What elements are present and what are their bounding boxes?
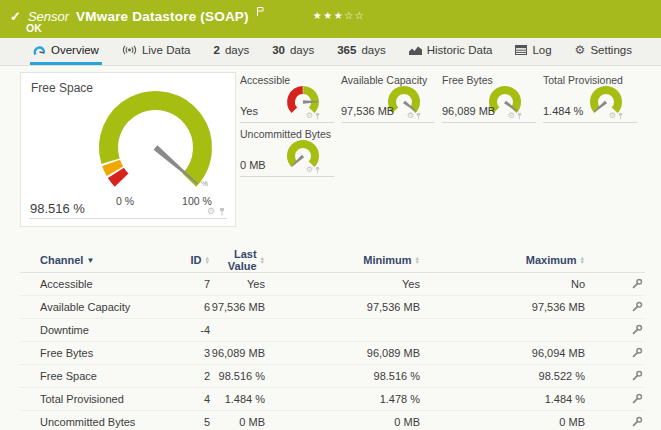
cell-maximum: 96,094 MB: [420, 347, 585, 359]
cell-channel: Total Provisioned: [40, 393, 175, 405]
cell-id: 5: [175, 416, 210, 428]
gear-icon[interactable]: ⚙: [207, 207, 215, 216]
channel-settings-wrench-icon[interactable]: [631, 324, 643, 336]
channel-settings-wrench-icon[interactable]: [631, 416, 643, 428]
cell-channel: Accessible: [40, 278, 175, 290]
column-header-minimum[interactable]: Minimum ▲▼: [363, 254, 420, 266]
gauge-value: 98.516 %: [30, 201, 85, 216]
channel-gauge-panel[interactable]: Available Capacity 97,536 MB ⚙: [341, 72, 435, 123]
cell-minimum: 96,089 MB: [265, 347, 420, 359]
channel-settings-wrench-icon[interactable]: [631, 347, 643, 359]
gauges-section: Free Space 0 % 100 % % 98.516 % ⚙ Access…: [0, 66, 661, 238]
channel-settings-wrench-icon[interactable]: [631, 301, 643, 313]
log-icon: [515, 45, 527, 55]
channel-gauge-panel[interactable]: Uncommitted Bytes 0 MB ⚙: [240, 126, 334, 177]
cell-maximum: 1.484 %: [420, 393, 585, 405]
column-header-id[interactable]: ID ▲▼: [191, 254, 210, 266]
gear-icon: ⚙: [575, 44, 586, 56]
cell-channel: Uncommitted Bytes: [40, 416, 175, 428]
column-header-last-value[interactable]: Last Value ▲▼: [210, 248, 265, 272]
cell-id: 4: [175, 393, 210, 405]
gauge-value: 1.484 %: [543, 105, 583, 117]
channel-gauge-panel[interactable]: Accessible Yes ⚙: [240, 72, 334, 123]
cell-minimum: 97,536 MB: [265, 301, 420, 313]
sort-desc-icon: ▼: [86, 256, 94, 265]
channel-settings-wrench-icon[interactable]: [631, 370, 643, 382]
cell-last-value: Yes: [210, 278, 265, 290]
table-body: Accessible 7 Yes Yes No Available Capaci…: [20, 273, 645, 430]
sort-icon: ▲▼: [580, 256, 585, 265]
cell-minimum: 98.516 %: [265, 370, 420, 382]
tab-2-days[interactable]: 2 days: [210, 38, 252, 65]
channel-row[interactable]: Free Bytes 3 96,089 MB 96,089 MB 96,094 …: [20, 342, 645, 365]
channel-table: Channel ▼ ID ▲▼ Last Value ▲▼ Minimum ▲▼…: [20, 248, 645, 430]
tab-bar: Overview Live Data 2 days 30 days 365 da…: [0, 38, 661, 66]
pin-icon[interactable]: [315, 112, 320, 120]
cell-maximum: 98.522 %: [420, 370, 585, 382]
pin-icon[interactable]: [219, 207, 225, 216]
sensor-title: VMware Datastore (SOAP): [76, 9, 249, 24]
channel-row[interactable]: Downtime -4: [20, 319, 645, 342]
cell-last-value: 1.484 %: [210, 393, 265, 405]
channel-gauges-grid: Accessible Yes ⚙ Available Capacity 97,5…: [240, 72, 644, 177]
sensor-status-text: OK: [26, 22, 42, 34]
cell-maximum: No: [420, 278, 585, 290]
cell-id: 7: [175, 278, 210, 290]
cell-last-value: 98.516 %: [210, 370, 265, 382]
cell-channel: Free Bytes: [40, 347, 175, 359]
cell-minimum: 0 MB: [265, 416, 420, 428]
gauge-unit-label: %: [201, 179, 208, 188]
sensor-header: ✓ Sensor VMware Datastore (SOAP) ★★★☆☆ O…: [0, 0, 661, 38]
tab-settings[interactable]: ⚙ Settings: [572, 38, 635, 65]
gear-icon[interactable]: ⚙: [609, 112, 616, 120]
panel-divider: [29, 218, 227, 219]
cell-maximum: 0 MB: [420, 416, 585, 428]
flag-icon: [256, 2, 264, 20]
tab-365-days[interactable]: 365 days: [334, 38, 388, 65]
channel-row[interactable]: Available Capacity 6 97,536 MB 97,536 MB…: [20, 296, 645, 319]
channel-settings-wrench-icon[interactable]: [631, 278, 643, 290]
pin-icon[interactable]: [315, 166, 320, 174]
cell-last-value: 0 MB: [210, 416, 265, 428]
tab-log[interactable]: Log: [512, 38, 554, 65]
channel-gauge-panel[interactable]: Free Bytes 96,089 MB ⚙: [442, 72, 536, 123]
broadcast-icon: [122, 45, 137, 55]
cell-id: 3: [175, 347, 210, 359]
channel-settings-wrench-icon[interactable]: [631, 393, 643, 405]
channel-row[interactable]: Total Provisioned 4 1.484 % 1.478 % 1.48…: [20, 388, 645, 411]
gauge-icon: [33, 45, 46, 56]
priority-stars[interactable]: ★★★☆☆: [313, 10, 365, 21]
cell-last-value: 96,089 MB: [210, 347, 265, 359]
gauge-value: 97,536 MB: [341, 105, 394, 117]
cell-minimum: Yes: [265, 278, 420, 290]
cell-channel: Available Capacity: [40, 301, 175, 313]
tab-30-days[interactable]: 30 days: [269, 38, 317, 65]
pin-icon[interactable]: [517, 112, 522, 120]
channel-row[interactable]: Free Space 2 98.516 % 98.516 % 98.522 %: [20, 365, 645, 388]
cell-maximum: 97,536 MB: [420, 301, 585, 313]
cell-id: 6: [175, 301, 210, 313]
gauge-min-label: 0 %: [110, 195, 140, 207]
tab-live-data[interactable]: Live Data: [119, 38, 194, 65]
tab-overview[interactable]: Overview: [30, 38, 102, 65]
sensor-overview-page: ✓ Sensor VMware Datastore (SOAP) ★★★☆☆ O…: [0, 0, 661, 430]
cell-minimum: 1.478 %: [265, 393, 420, 405]
column-header-maximum[interactable]: Maximum ▲▼: [526, 254, 585, 266]
channel-row[interactable]: Uncommitted Bytes 5 0 MB 0 MB 0 MB: [20, 411, 645, 430]
cell-channel: Downtime: [40, 324, 175, 336]
status-check-icon: ✓: [10, 10, 21, 23]
pin-icon[interactable]: [416, 112, 421, 120]
primary-gauge-panel: Free Space 0 % 100 % % 98.516 % ⚙: [20, 72, 236, 227]
pin-icon[interactable]: [618, 112, 623, 120]
channel-gauge-panel[interactable]: Total Provisioned 1.484 % ⚙: [543, 72, 637, 123]
area-chart-icon: [409, 45, 422, 55]
gear-icon[interactable]: ⚙: [407, 112, 414, 120]
cell-id: -4: [175, 324, 210, 336]
column-header-channel[interactable]: Channel ▼: [40, 254, 175, 266]
gear-icon[interactable]: ⚙: [508, 112, 515, 120]
gear-icon[interactable]: ⚙: [306, 166, 313, 174]
table-header-row: Channel ▼ ID ▲▼ Last Value ▲▼ Minimum ▲▼…: [20, 248, 645, 273]
tab-historic-data[interactable]: Historic Data: [406, 38, 496, 65]
channel-row[interactable]: Accessible 7 Yes Yes No: [20, 273, 645, 296]
gear-icon[interactable]: ⚙: [306, 112, 313, 120]
